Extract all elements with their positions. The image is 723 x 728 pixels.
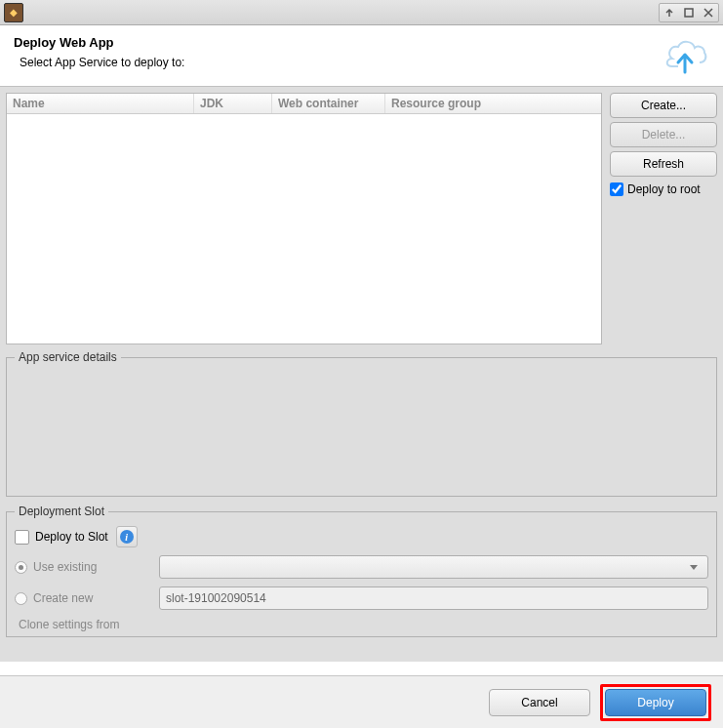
- deploy-to-slot-row[interactable]: Deploy to Slot i: [15, 526, 708, 547]
- column-name[interactable]: Name: [7, 94, 194, 113]
- dialog-subtitle: Select App Service to deploy to:: [20, 56, 184, 69]
- new-slot-input: slot-191002090514: [159, 586, 708, 610]
- app-service-details-fieldset: App service details: [6, 350, 717, 497]
- details-legend: App service details: [15, 350, 121, 364]
- deployment-slot-fieldset: Deployment Slot Deploy to Slot i Use exi…: [6, 505, 717, 637]
- use-existing-row: Use existing: [15, 555, 708, 579]
- app-service-table[interactable]: Name JDK Web container Resource group: [6, 93, 602, 344]
- titlebar: ◆: [0, 0, 723, 25]
- deploy-to-slot-checkbox[interactable]: [15, 530, 29, 545]
- deploy-to-slot-label: Deploy to Slot: [35, 530, 108, 544]
- deploy-to-root-row[interactable]: Deploy to root: [610, 182, 717, 196]
- dialog-footer: Cancel Deploy: [0, 675, 723, 728]
- info-icon[interactable]: i: [116, 526, 138, 547]
- existing-slot-combo: [159, 555, 708, 579]
- dialog-title: Deploy Web App: [14, 35, 184, 50]
- deploy-highlight: Deploy: [600, 684, 711, 721]
- create-button[interactable]: Create...: [610, 93, 717, 118]
- create-new-row: Create new slot-191002090514: [15, 586, 708, 610]
- dialog-header: Deploy Web App Select App Service to dep…: [0, 25, 723, 86]
- svg-rect-0: [685, 9, 693, 17]
- content-area: Name JDK Web container Resource group Cr…: [0, 86, 723, 662]
- deploy-to-root-checkbox[interactable]: [610, 182, 623, 196]
- refresh-button[interactable]: Refresh: [610, 151, 717, 177]
- slot-legend: Deployment Slot: [15, 505, 108, 518]
- column-jdk[interactable]: JDK: [194, 94, 272, 113]
- deploy-button[interactable]: Deploy: [605, 689, 706, 716]
- side-buttons: Create... Delete... Refresh Deploy to ro…: [610, 93, 717, 344]
- table-body: [7, 114, 601, 341]
- column-resource-group[interactable]: Resource group: [385, 94, 601, 113]
- chevron-down-icon: [690, 565, 698, 570]
- clone-settings-label: Clone settings from: [15, 618, 708, 631]
- delete-button: Delete...: [610, 122, 717, 147]
- maximize-button[interactable]: [680, 5, 698, 20]
- deploy-to-root-label: Deploy to root: [627, 182, 701, 196]
- column-web-container[interactable]: Web container: [272, 94, 385, 113]
- cloud-upload-icon: [661, 35, 709, 74]
- cancel-button[interactable]: Cancel: [489, 689, 590, 716]
- minimize-button[interactable]: [661, 5, 678, 20]
- use-existing-label: Use existing: [33, 560, 97, 574]
- table-header: Name JDK Web container Resource group: [7, 94, 601, 114]
- create-new-radio: [15, 592, 27, 605]
- create-new-label: Create new: [33, 591, 93, 605]
- app-icon: ◆: [4, 3, 23, 22]
- window-controls: [659, 3, 719, 22]
- use-existing-radio: [15, 561, 27, 574]
- close-button[interactable]: [700, 5, 717, 20]
